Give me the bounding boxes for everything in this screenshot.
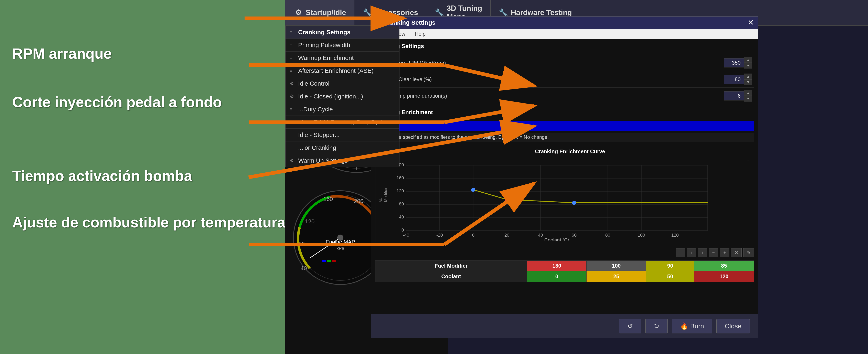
undo-button[interactable]: ↺	[619, 319, 641, 333]
svg-text:-20: -20	[436, 232, 443, 238]
app-container: ⚙ Startup/Idle 🔧 Accessories 🔧 3D Tuning…	[285, 0, 868, 354]
flood-clear-spinner[interactable]: ▲ ▼	[744, 73, 752, 85]
fuel-pump-spinner[interactable]: ▲ ▼	[744, 90, 752, 101]
dropdown-cranking-settings-label: Cranking Settings	[298, 29, 350, 36]
dropdown-warmup-settings[interactable]: ⚙ Warm Up Settings	[285, 154, 399, 167]
svg-text:80: 80	[399, 201, 404, 206]
table-btn-settings[interactable]: ✎	[743, 248, 754, 257]
note-box: Note	[375, 121, 754, 131]
section-cranking-header: Cranking Settings	[375, 43, 754, 51]
table-btn-x[interactable]: ✕	[731, 248, 742, 257]
nav-startup-idle-label: Startup/Idle	[306, 8, 346, 17]
hardware-testing-icon: 🔧	[499, 8, 508, 18]
fuel-pump-label: Fuel pump prime duration(s)	[377, 93, 724, 99]
accessories-icon: 🔧	[363, 8, 372, 18]
fuel-modifier-cell-1[interactable]: 100	[587, 261, 646, 271]
dialog-close-button[interactable]: ✕	[748, 18, 754, 27]
cranking-settings-icon: ≡	[289, 29, 296, 35]
svg-text:0: 0	[402, 227, 404, 232]
cranking-rpm-up[interactable]: ▲	[744, 57, 752, 63]
coolant-label: Coolant	[375, 271, 527, 282]
svg-rect-40	[332, 260, 336, 262]
dropdown-idle-pwm-label: Idle - PWM Cranking Duty Cycle	[298, 119, 386, 126]
nav-startup-idle[interactable]: ⚙ Startup/Idle	[285, 0, 354, 25]
fuel-modifier-cell-2[interactable]: 90	[646, 261, 694, 271]
flood-clear-up[interactable]: ▲	[744, 73, 752, 79]
fuel-pump-down[interactable]: ▼	[744, 96, 752, 101]
burn-button[interactable]: 🔥 Burn	[672, 319, 713, 333]
coolant-cell-3[interactable]: 120	[694, 271, 754, 282]
flood-clear-label: ? Flood Clear level(%)	[377, 76, 724, 83]
dropdown-idle-stepper-label: Idle - Stepper...	[298, 131, 340, 138]
enrichment-chart: 0 40 80 120 160 200 -40 -20 0 20 40	[390, 163, 716, 241]
flood-clear-down[interactable]: ▼	[744, 79, 752, 85]
dialog-menubar: File View Help	[371, 29, 758, 39]
dropdown-idle-control[interactable]: ⚙ Idle Control	[285, 77, 399, 90]
table-toolbar: = ↑ ↓ − + ✕ ✎	[375, 248, 754, 257]
table-btn-minus[interactable]: −	[709, 248, 718, 257]
svg-text:0: 0	[472, 232, 474, 238]
dropdown-idle-stepper[interactable]: Idle - Stepper...	[285, 129, 399, 141]
table-btn-up[interactable]: ↑	[687, 248, 696, 257]
dropdown-idle-closed[interactable]: ⚙ Idle - Closed (Ignition...)	[285, 90, 399, 103]
cranking-rpm-label: ? Cranking RPM (Max)(rpm)	[377, 60, 724, 66]
fuel-modifier-row: Fuel Modifier 130 100 90 85	[375, 261, 754, 271]
dropdown-warmup-enrichment[interactable]: ≡ Warmup Enrichment	[285, 52, 399, 64]
chart-options-button[interactable]: ...	[747, 157, 750, 162]
svg-text:100: 100	[638, 232, 645, 238]
svg-text:-40: -40	[403, 232, 409, 238]
svg-text:200: 200	[354, 198, 364, 204]
annotation-bomba: Tiempo activación bomba	[12, 167, 192, 185]
fuel-modifier-cell-0[interactable]: 130	[527, 261, 587, 271]
svg-rect-41	[406, 165, 708, 230]
close-button[interactable]: Close	[716, 319, 750, 333]
fuel-modifier-cell-3[interactable]: 85	[694, 261, 754, 271]
svg-text:Coolant (C): Coolant (C)	[545, 237, 569, 241]
dropdown-warmup-label: Warmup Enrichment	[298, 55, 353, 61]
section-enrichment-header: Cranking Enrichment	[375, 109, 754, 118]
svg-text:40: 40	[399, 215, 404, 220]
annotation-rpm: RPM arranque	[12, 45, 112, 62]
coolant-row: Coolant 0 25 50 120	[375, 271, 754, 282]
table-btn-minus-minus[interactable]: =	[676, 248, 685, 257]
cranking-rpm-down[interactable]: ▼	[744, 63, 752, 68]
duty-cycle-icon: ≡	[289, 106, 296, 112]
dropdown-afterstart-enrichment[interactable]: ≡ Afterstart Enrichment (ASE)	[285, 64, 399, 77]
3d-tuning-icon: 🔧	[435, 8, 444, 18]
cranking-rpm-spinner[interactable]: ▲ ▼	[744, 57, 752, 68]
fuel-pump-value[interactable]: 6	[724, 91, 744, 100]
dropdown-duty-cycle-label: ...Duty Cycle	[298, 106, 333, 113]
note-text: Values are specified as modifiers to the…	[375, 133, 754, 142]
dropdown-priming-pulsewidth[interactable]: ≡ Priming Pulsewidth	[285, 39, 399, 52]
coolant-cell-0[interactable]: 0	[527, 271, 587, 282]
svg-rect-38	[322, 260, 326, 262]
coolant-cell-2[interactable]: 50	[646, 271, 694, 282]
fuel-pump-up[interactable]: ▲	[744, 90, 752, 96]
dropdown-idle-cranking-label: ...lor Cranking	[298, 144, 336, 151]
warmup-icon: ≡	[289, 55, 296, 61]
dropdown-duty-cycle[interactable]: ≡ ...Duty Cycle	[285, 103, 399, 116]
svg-text:60: 60	[572, 232, 577, 238]
dialog-titlebar: ⚙ Cranking Settings ✕	[371, 17, 758, 29]
dropdown-idle-pwm[interactable]: ≡ Idle - PWM Cranking Duty Cycle	[285, 116, 399, 129]
afterstart-icon: ≡	[289, 68, 296, 73]
nav-accessories-label: Accessories	[375, 8, 418, 17]
table-btn-down[interactable]: ↓	[698, 248, 707, 257]
priming-icon: ≡	[289, 42, 296, 48]
cranking-rpm-value[interactable]: 350	[724, 58, 744, 67]
menu-help[interactable]: Help	[413, 30, 427, 38]
svg-point-75	[505, 197, 509, 201]
dropdown-idle-cranking[interactable]: ...lor Cranking	[285, 141, 399, 154]
svg-text:40: 40	[538, 232, 543, 238]
svg-text:20: 20	[504, 232, 509, 238]
dropdown-cranking-settings[interactable]: ≡ Cranking Settings	[285, 26, 399, 39]
table-btn-plus[interactable]: +	[720, 248, 730, 257]
flood-clear-value[interactable]: 80	[724, 75, 744, 84]
dialog-content: Cranking Settings ? Cranking RPM (Max)(r…	[371, 39, 758, 338]
chart-y-label: Modifier%	[379, 164, 388, 225]
dropdown-afterstart-label: Afterstart Enrichment (ASE)	[298, 67, 374, 74]
redo-button[interactable]: ↻	[646, 319, 668, 333]
idle-control-icon: ⚙	[289, 81, 296, 87]
dialog-icon: ⚙	[375, 19, 381, 26]
coolant-cell-1[interactable]: 25	[587, 271, 646, 282]
